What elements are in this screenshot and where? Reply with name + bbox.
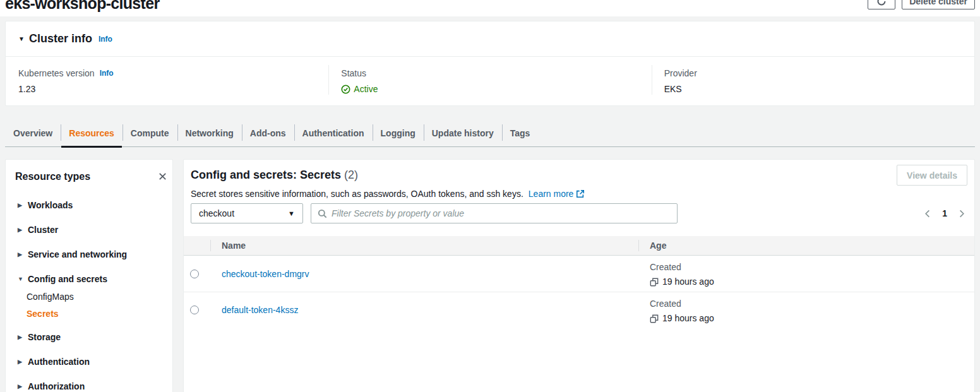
page-title: eks-workshop-cluster	[5, 0, 159, 11]
sidebar-item-authentication[interactable]: ▶Authentication	[18, 355, 163, 368]
sidebar-item-authorization[interactable]: ▶Authorization	[18, 380, 163, 392]
chevron-right-icon	[957, 209, 966, 218]
tab-update-history[interactable]: Update history	[424, 121, 502, 146]
table-row: default-token-4kssz Created 19 hours ago	[184, 292, 974, 328]
age-created-label: Created	[650, 299, 974, 309]
learn-more-link[interactable]: Learn more	[529, 187, 585, 200]
sidebar-item-workloads[interactable]: ▶Workloads	[18, 199, 163, 211]
field-label: Provider	[664, 68, 962, 79]
sidebar-item-cluster[interactable]: ▶Cluster	[18, 223, 163, 236]
delete-cluster-button[interactable]: Delete cluster	[902, 0, 975, 9]
age-value: 19 hours ago	[662, 276, 714, 287]
cluster-tabs: Overview Resources Compute Networking Ad…	[5, 121, 975, 147]
search-field[interactable]	[311, 203, 678, 223]
resources-layout: Resource types ▶Workloads ▶Cluster ▶Serv…	[5, 159, 975, 392]
table-header: Name Age	[184, 236, 974, 256]
copy-icon[interactable]	[650, 314, 659, 323]
tab-resources[interactable]: Resources	[61, 121, 122, 146]
refresh-button[interactable]	[868, 0, 895, 9]
collapse-caret-icon: ▼	[18, 35, 25, 42]
config-and-secrets-sublist: ConfigMaps Secrets	[27, 290, 163, 320]
age-value: 19 hours ago	[662, 313, 714, 324]
cluster-info-title: Cluster info	[29, 32, 92, 45]
secret-name-link[interactable]: checkout-token-dmgrv	[222, 269, 309, 279]
table-row: checkout-token-dmgrv Created 19 hours ag…	[184, 256, 974, 292]
secrets-table: Name Age checkout-token-dmgrv Created 19…	[184, 236, 974, 328]
cluster-info-header[interactable]: ▼ Cluster info Info	[6, 21, 974, 57]
collapse-caret-icon: ▼	[18, 273, 23, 285]
tab-compute[interactable]: Compute	[122, 121, 177, 146]
tab-authentication[interactable]: Authentication	[294, 121, 373, 146]
cluster-info-info-link[interactable]: Info	[99, 35, 112, 44]
secret-name-link[interactable]: default-token-4kssz	[222, 305, 298, 315]
close-icon	[158, 172, 167, 181]
column-header-age[interactable]: Age	[638, 236, 974, 255]
header-actions: Delete cluster	[868, 0, 975, 9]
sidebar-item-configmaps[interactable]: ConfigMaps	[27, 290, 163, 303]
external-link-icon	[576, 189, 585, 198]
tab-logging[interactable]: Logging	[373, 121, 424, 146]
provider-value: EKS	[664, 84, 962, 95]
column-header-name[interactable]: Name	[210, 236, 638, 255]
search-icon	[318, 209, 327, 218]
field-label: Kubernetes version	[18, 68, 95, 79]
sidebar-item-storage[interactable]: ▶Storage	[18, 331, 163, 343]
content-area: ▼ Cluster info Info Kubernetes version I…	[0, 16, 980, 392]
pagination: 1	[922, 208, 967, 220]
refresh-icon	[876, 0, 887, 6]
field-status: Status Active	[328, 68, 651, 95]
secrets-description: Secret stores sensitive information, suc…	[184, 187, 974, 200]
expand-caret-icon: ▶	[18, 199, 23, 211]
row-radio-button[interactable]	[190, 270, 199, 278]
cluster-info-body: Kubernetes version Info 1.23 Status Acti…	[6, 57, 974, 105]
field-label: Status	[341, 68, 638, 79]
resource-types-panel: Resource types ▶Workloads ▶Cluster ▶Serv…	[5, 159, 173, 392]
filter-dropdown[interactable]: checkout ▼	[191, 203, 303, 223]
tab-tags[interactable]: Tags	[502, 121, 539, 146]
copy-icon[interactable]	[650, 278, 659, 287]
expand-caret-icon: ▶	[18, 380, 23, 392]
status-check-icon	[341, 85, 350, 94]
previous-page-button[interactable]	[922, 208, 934, 220]
field-kubernetes-version: Kubernetes version Info 1.23	[6, 68, 328, 95]
expand-caret-icon: ▶	[18, 248, 23, 261]
view-details-button[interactable]: View details	[897, 165, 967, 186]
secrets-title: Config and secrets: Secrets (2)	[191, 169, 358, 182]
sidebar-item-service-and-networking[interactable]: ▶Service and networking	[18, 248, 163, 261]
tab-overview[interactable]: Overview	[5, 121, 61, 146]
page-header: eks-workshop-cluster Delete cluster	[0, 0, 980, 16]
sidebar-item-config-and-secrets[interactable]: ▼Config and secrets	[18, 273, 163, 285]
sidebar-item-secrets[interactable]: Secrets	[27, 307, 163, 320]
cluster-info-panel: ▼ Cluster info Info Kubernetes version I…	[5, 21, 975, 106]
filter-dropdown-value: checkout	[199, 208, 234, 218]
close-button[interactable]	[158, 172, 167, 181]
search-input[interactable]	[332, 208, 671, 218]
current-page[interactable]: 1	[939, 208, 950, 218]
secrets-panel: Config and secrets: Secrets (2) View det…	[183, 159, 975, 392]
resource-types-title: Resource types	[15, 170, 90, 182]
field-provider: Provider EKS	[652, 68, 974, 95]
secrets-count: (2)	[344, 169, 358, 181]
status-badge: Active	[341, 84, 378, 95]
resource-types-list: ▶Workloads ▶Cluster ▶Service and network…	[18, 199, 163, 392]
tab-add-ons[interactable]: Add-ons	[242, 121, 294, 146]
expand-caret-icon: ▶	[18, 355, 23, 368]
expand-caret-icon: ▶	[18, 331, 23, 343]
age-created-label: Created	[650, 262, 974, 273]
chevron-left-icon	[923, 209, 933, 218]
kubernetes-version-value: 1.23	[18, 84, 316, 95]
status-text: Active	[354, 84, 378, 95]
expand-caret-icon: ▶	[18, 223, 23, 236]
chevron-down-icon: ▼	[288, 210, 295, 217]
kubernetes-version-info-link[interactable]: Info	[100, 68, 114, 79]
tab-networking[interactable]: Networking	[177, 121, 242, 146]
next-page-button[interactable]	[955, 208, 967, 220]
row-radio-button[interactable]	[190, 306, 199, 314]
